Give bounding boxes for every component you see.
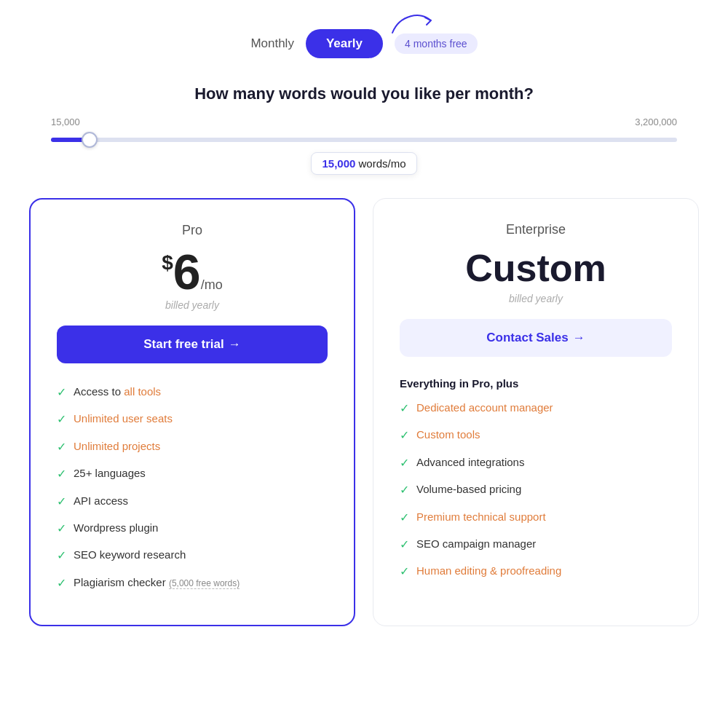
- list-item: ✓ Human editing & proofreading: [400, 563, 672, 580]
- check-icon: ✓: [57, 494, 66, 510]
- slider-wrapper: [51, 132, 677, 145]
- list-item: ✓ Premium technical support: [400, 509, 672, 526]
- list-item: ✓ Advanced integrations: [400, 454, 672, 471]
- check-icon: ✓: [57, 411, 66, 427]
- feature-text: API access: [74, 493, 128, 508]
- check-icon: ✓: [57, 384, 66, 401]
- pro-billed-label: billed yearly: [57, 299, 328, 311]
- check-icon: ✓: [57, 575, 66, 591]
- slider-question: How many words would you like per month?: [15, 84, 713, 103]
- feature-text: Volume-based pricing: [416, 481, 521, 497]
- enterprise-plan-price: Custom: [400, 246, 672, 290]
- feature-text: Custom tools: [416, 427, 480, 442]
- pro-plan-name: Pro: [57, 223, 328, 238]
- feature-text: Advanced integrations: [416, 454, 524, 470]
- feature-text: SEO campaign manager: [416, 536, 536, 551]
- list-item: ✓ Volume-based pricing: [400, 481, 672, 498]
- feature-text: Human editing & proofreading: [416, 563, 561, 578]
- slider-value-suffix: words/mo: [355, 157, 405, 170]
- feature-text: SEO keyword research: [74, 547, 186, 562]
- check-icon: ✓: [57, 466, 66, 482]
- enterprise-features-list: ✓ Dedicated account manager ✓ Custom too…: [400, 400, 672, 580]
- enterprise-cta-arrow: →: [573, 331, 585, 344]
- list-item: ✓ Plagiarism checker (5,000 free words): [57, 575, 328, 591]
- enterprise-cta-label: Contact Sales: [486, 331, 568, 344]
- pro-features-list: ✓ Access to all tools ✓ Unlimited user s…: [57, 384, 328, 591]
- pro-plan-price: $6/mo: [57, 247, 328, 296]
- list-item: ✓ Unlimited user seats: [57, 411, 328, 427]
- list-item: ✓ 25+ languages: [57, 465, 328, 482]
- check-icon: ✓: [400, 537, 409, 553]
- check-icon: ✓: [400, 510, 409, 526]
- pro-card: Pro $6/mo billed yearly Start free trial…: [29, 198, 355, 626]
- billing-toggle-section: Monthly Yearly 4 months free: [15, 29, 713, 58]
- list-item: ✓ SEO keyword research: [57, 547, 328, 564]
- list-item: ✓ Dedicated account manager: [400, 400, 672, 417]
- feature-text: Access to all tools: [74, 384, 161, 399]
- feature-text: Unlimited projects: [74, 438, 160, 454]
- pro-per-mo: /mo: [201, 277, 223, 292]
- slider-min-label: 15,000: [51, 117, 80, 127]
- list-item: ✓ Access to all tools: [57, 384, 328, 401]
- slider-section: How many words would you like per month?…: [15, 84, 713, 175]
- list-item: ✓ Unlimited projects: [57, 438, 328, 455]
- check-icon: ✓: [400, 401, 409, 417]
- months-free-badge: 4 months free: [395, 33, 478, 54]
- list-item: ✓ Custom tools: [400, 427, 672, 443]
- list-item: ✓ Wordpress plugin: [57, 520, 328, 537]
- pro-dollar-sign: $: [162, 251, 173, 274]
- enterprise-cta-button[interactable]: Contact Sales→: [400, 319, 672, 357]
- check-icon: ✓: [400, 482, 409, 498]
- enterprise-everything-plus: Everything in Pro, plus: [400, 377, 672, 390]
- feature-text: Wordpress plugin: [74, 520, 158, 535]
- check-icon: ✓: [57, 521, 66, 537]
- pro-cta-arrow: →: [229, 337, 241, 351]
- check-icon: ✓: [57, 439, 66, 455]
- slider-max-label: 3,200,000: [635, 117, 677, 127]
- yearly-option[interactable]: Yearly: [306, 29, 383, 58]
- list-item: ✓ API access: [57, 493, 328, 510]
- check-icon: ✓: [400, 564, 409, 580]
- check-icon: ✓: [400, 455, 409, 471]
- arrow-decoration: [385, 7, 436, 36]
- check-icon: ✓: [57, 548, 66, 564]
- pro-cta-button[interactable]: Start free trial→: [57, 326, 328, 363]
- words-slider[interactable]: [51, 138, 677, 142]
- slider-range-labels: 15,000 3,200,000: [51, 117, 677, 127]
- enterprise-plan-name: Enterprise: [400, 222, 672, 237]
- enterprise-card: Enterprise Custom billed yearly Contact …: [373, 198, 699, 626]
- feature-text: Plagiarism checker (5,000 free words): [74, 575, 240, 590]
- enterprise-billed-label: billed yearly: [400, 293, 672, 304]
- feature-text: 25+ languages: [74, 465, 146, 481]
- slider-value-label: 15,000 words/mo: [311, 152, 416, 175]
- feature-text: Unlimited user seats: [74, 411, 173, 426]
- check-icon: ✓: [400, 427, 409, 443]
- feature-text: Premium technical support: [416, 509, 546, 524]
- feature-text: Dedicated account manager: [416, 400, 553, 415]
- pro-price-amount: 6: [173, 244, 201, 299]
- plans-grid: Pro $6/mo billed yearly Start free trial…: [15, 198, 713, 626]
- pro-cta-label: Start free trial: [143, 337, 224, 351]
- list-item: ✓ SEO campaign manager: [400, 536, 672, 553]
- monthly-option[interactable]: Monthly: [250, 36, 294, 51]
- slider-value-highlight: 15,000: [322, 157, 355, 170]
